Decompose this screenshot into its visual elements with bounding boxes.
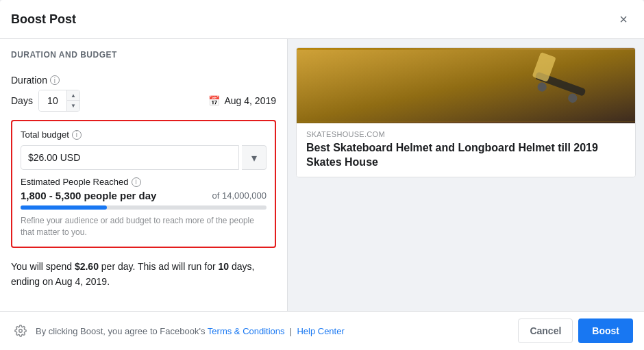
days-row: Days ▲ ▼ 📅 Aug 4, 2019 (11, 90, 276, 112)
spend-info: You will spend $2.60 per day. This ad wi… (11, 256, 276, 290)
preview-title: Best Skateboard Helmet and Longboard Hel… (306, 141, 626, 170)
section-title: DURATION AND BUDGET (11, 50, 276, 60)
duration-section: Duration i Days ▲ ▼ 📅 Aug 4, 2019 (11, 75, 276, 112)
footer-actions: Cancel Boost (518, 318, 633, 343)
preview-content: SKATESHOUSE.COM Best Skateboard Helmet a… (297, 123, 635, 177)
days-input-container: ▲ ▼ (38, 90, 80, 112)
calendar-icon: 📅 (208, 95, 220, 106)
boost-post-modal: Boost Post × DURATION AND BUDGET Duratio… (0, 0, 644, 350)
budget-dropdown-button[interactable]: ▾ (242, 145, 267, 170)
days-spinner: ▲ ▼ (66, 90, 79, 111)
svg-rect-1 (297, 50, 635, 122)
reach-row: 1,800 - 5,300 people per day of 14,000,0… (21, 190, 267, 201)
estimated-label: Estimated People Reached i (21, 177, 267, 187)
preview-domain: SKATESHOUSE.COM (306, 130, 626, 138)
preview-card: SKATESHOUSE.COM Best Skateboard Helmet a… (296, 47, 636, 177)
duration-label: Duration i (11, 75, 276, 86)
preview-image (297, 48, 635, 123)
settings-icon[interactable] (11, 321, 30, 340)
refine-text: Refine your audience or add budget to re… (21, 215, 267, 238)
left-panel: DURATION AND BUDGET Duration i Days ▲ ▼ (0, 39, 288, 311)
modal-title: Boost Post (11, 12, 76, 27)
terms-conditions-link[interactable]: Terms & Conditions (208, 326, 285, 336)
help-center-link[interactable]: Help Center (297, 326, 344, 336)
right-panel: SKATESHOUSE.COM Best Skateboard Helmet a… (288, 39, 644, 311)
close-button[interactable]: × (614, 10, 633, 29)
progress-bar-container (21, 205, 267, 210)
modal-body: DURATION AND BUDGET Duration i Days ▲ ▼ (0, 39, 644, 311)
duration-info-icon[interactable]: i (50, 75, 60, 85)
preview-image-inner (297, 48, 635, 123)
budget-input-row: ▾ (21, 145, 267, 170)
days-label: Days (11, 95, 33, 106)
footer-text: By clicking Boost, you agree to Facebook… (36, 326, 518, 336)
cancel-button[interactable]: Cancel (518, 318, 573, 343)
boost-button[interactable]: Boost (578, 318, 633, 343)
estimated-info-icon[interactable]: i (132, 177, 141, 187)
days-input[interactable] (39, 90, 66, 111)
svg-point-6 (19, 329, 23, 333)
budget-label: Total budget i (21, 129, 267, 140)
days-increment-button[interactable]: ▲ (67, 90, 79, 101)
modal-header: Boost Post × (0, 0, 644, 39)
budget-box: Total budget i ▾ Estimated People Reache… (11, 120, 276, 248)
end-date: 📅 Aug 4, 2019 (208, 95, 276, 106)
reach-total: of 14,000,000 (212, 190, 267, 201)
modal-footer: By clicking Boost, you agree to Facebook… (0, 311, 644, 350)
reach-value: 1,800 - 5,300 people per day (21, 190, 156, 201)
budget-input[interactable] (21, 145, 239, 170)
progress-bar-fill (21, 205, 107, 210)
budget-info-icon[interactable]: i (72, 130, 82, 140)
days-decrement-button[interactable]: ▼ (67, 101, 79, 111)
